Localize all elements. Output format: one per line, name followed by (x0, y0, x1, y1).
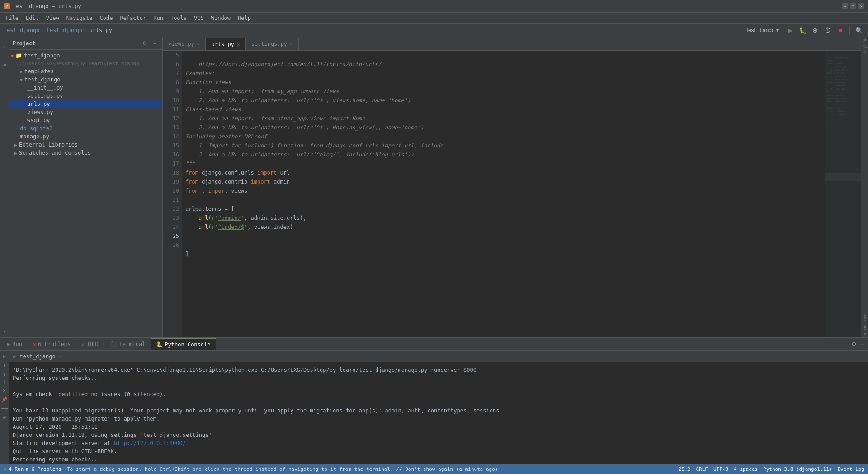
tree-item-path: C:\Users\LXG\Desktop\py_learn\test_djang… (9, 60, 162, 67)
menu-edit[interactable]: Edit (22, 14, 42, 22)
tab-settings[interactable]: settings.py ✕ (246, 38, 299, 50)
problems-tab-btn[interactable]: ⊗ 6 Problems (28, 338, 76, 350)
tree-label-manage: manage.py (20, 133, 49, 140)
minimize-button[interactable]: — (842, 3, 848, 9)
run-output-line-3: System check identified no issues (0 sil… (13, 390, 864, 398)
tree-item-test-django-folder[interactable]: ▼ test_django (9, 76, 162, 84)
status-run-label[interactable]: 4 Run (9, 466, 24, 472)
run-sub-close[interactable]: ✕ (59, 354, 62, 359)
pin-btn[interactable]: 📌 (1, 396, 8, 403)
stylo-panel[interactable]: StyleW (863, 37, 867, 56)
search-everywhere-button[interactable]: 🔍 (854, 25, 864, 36)
code-editor[interactable]: 5 6 7 8 9 10 11 12 13 14 15 16 17 18 19 … (163, 51, 861, 337)
tree-item-settings[interactable]: settings.py (9, 92, 162, 100)
menu-tools[interactable]: Tools (167, 14, 190, 22)
title-text: test_django – urls.py (13, 3, 81, 9)
run-output-line-7: Django version 1.11.18, using settings '… (13, 431, 864, 439)
menu-window[interactable]: Window (208, 14, 234, 22)
tree-item-scratches[interactable]: ▶ Scratches and Consoles (9, 149, 162, 157)
menu-view[interactable]: View (42, 14, 63, 22)
bc-folder[interactable]: test_django (47, 27, 82, 33)
bc-project[interactable]: test_django (4, 27, 39, 33)
right-side-panel: StyleW Structure (861, 37, 868, 337)
wrap-btn[interactable]: ⟿ (1, 405, 8, 412)
tree-item-root[interactable]: ▼ 📁 test_django (9, 52, 162, 60)
tree-label-scratches: Scratches and Consoles (19, 150, 91, 156)
menu-file[interactable]: File (2, 14, 22, 22)
settings-run-btn[interactable]: ⚙ (1, 414, 8, 421)
status-indent[interactable]: 4 spaces (734, 466, 758, 472)
project-panel-header: Project ⚙ − (9, 37, 162, 50)
panel-collapse-button[interactable]: − (151, 39, 159, 47)
run-tab-icon: ▶ (7, 341, 10, 347)
status-event-log[interactable]: Event Log (837, 466, 864, 472)
server-link[interactable]: http://127.0.0.1:8000/ (114, 440, 186, 446)
tab-settings-close[interactable]: ✕ (290, 41, 293, 47)
tree-label-external-libs: External Libraries (19, 142, 78, 148)
menu-vcs[interactable]: VCS (190, 14, 208, 22)
panel-settings-button[interactable]: ⚙ (141, 39, 149, 47)
menu-navigate[interactable]: Navigate (63, 14, 96, 22)
run-coverage-button[interactable]: ⊕ (810, 25, 821, 36)
scratches-icon: ▶ (14, 151, 17, 156)
tree-item-views[interactable]: views.py (9, 108, 162, 116)
scroll-up-btn[interactable]: ↑ (1, 361, 8, 369)
run-output: "D:\PyCharm 2020.2\bin\runnerw64.exe" C:… (9, 362, 868, 464)
todo-icon: ✓ (81, 341, 85, 347)
run-config-button[interactable]: test_django ▾ (743, 25, 783, 36)
run-output-line-1: "D:\PyCharm 2020.2\bin\runnerw64.exe" C:… (13, 366, 864, 374)
structure-icon[interactable]: S (0, 61, 9, 69)
tree-item-wsgi[interactable]: wsgi.py (9, 116, 162, 124)
tree-label-views: views.py (27, 109, 53, 115)
tab-views[interactable]: views.py ✕ (163, 38, 206, 50)
tree-label-templates: templates (24, 68, 54, 75)
status-crlf[interactable]: CRLF (696, 466, 708, 472)
stop-button[interactable]: ■ (835, 25, 846, 36)
tree-item-db[interactable]: db.sqlite3 (9, 124, 162, 133)
status-position[interactable]: 25:2 (679, 466, 691, 472)
favorites-icon[interactable]: ★ (0, 327, 9, 336)
maximize-button[interactable]: □ (850, 3, 856, 9)
project-icon[interactable]: P (0, 43, 9, 51)
tab-urls-label: urls.py (211, 41, 234, 47)
tree-label-urls: urls.py (27, 101, 50, 107)
tab-urls[interactable]: urls.py ✕ (206, 38, 245, 50)
code-content[interactable]: https://docs.djangoproject.com/en/1.11/t… (182, 51, 825, 337)
tree-item-init[interactable]: __init__.py (9, 84, 162, 92)
status-problems-label[interactable]: ⊗ 6 Problems (25, 466, 61, 472)
run-again-button[interactable]: ▶ (1, 352, 8, 360)
app-icon: P (4, 3, 10, 9)
tab-views-close[interactable]: ✕ (197, 41, 200, 47)
status-encoding[interactable]: UTF-8 (713, 466, 728, 472)
file-tree: ▼ 📁 test_django C:\Users\LXG\Desktop\py_… (9, 50, 162, 337)
panel-actions: ⚙ − (141, 39, 159, 47)
menu-refactor[interactable]: Refactor (116, 14, 150, 22)
tree-label-wsgi: wsgi.py (27, 117, 50, 123)
tree-item-urls[interactable]: urls.py (9, 100, 162, 108)
structure-panel[interactable]: Structure (863, 312, 867, 337)
run-collapse-button[interactable]: − (858, 340, 866, 348)
status-python-version[interactable]: Python 3.8 (django1.11) (763, 466, 832, 472)
menu-code[interactable]: Code (96, 14, 117, 22)
run-settings-button[interactable]: ⚙ (850, 340, 858, 348)
menu-run[interactable]: Run (150, 14, 167, 22)
close-run-btn[interactable]: ✕ (1, 387, 8, 394)
window-controls[interactable]: — □ ✕ (842, 3, 864, 9)
tab-urls-close[interactable]: ✕ (237, 42, 240, 47)
terminal-tab-btn[interactable]: ⬛ Terminal (105, 338, 151, 350)
run-button[interactable]: ▶ (784, 25, 795, 36)
debug-button[interactable]: 🐛 (797, 25, 808, 36)
run-tab-btn[interactable]: ▶ Run (2, 338, 28, 350)
tree-item-external-libs[interactable]: ▶ External Libraries (9, 141, 162, 149)
profile-button[interactable]: ⏱ (822, 25, 833, 36)
tab-views-label: views.py (168, 41, 194, 47)
scroll-down-btn[interactable]: ↓ (1, 370, 8, 378)
python-console-tab-btn[interactable]: 🐍 Python Console (151, 338, 216, 350)
run-side-icons: ▶ ↑ ↓ ✕ 📌 ⟿ ⚙ (0, 351, 9, 464)
menu-help[interactable]: Help (234, 14, 255, 22)
todo-tab-btn[interactable]: ✓ TODO (76, 338, 105, 350)
close-button[interactable]: ✕ (858, 3, 864, 9)
tree-item-manage[interactable]: manage.py (9, 133, 162, 141)
tree-item-templates[interactable]: ▶ templates (9, 67, 162, 76)
todo-label: TODO (87, 341, 100, 347)
